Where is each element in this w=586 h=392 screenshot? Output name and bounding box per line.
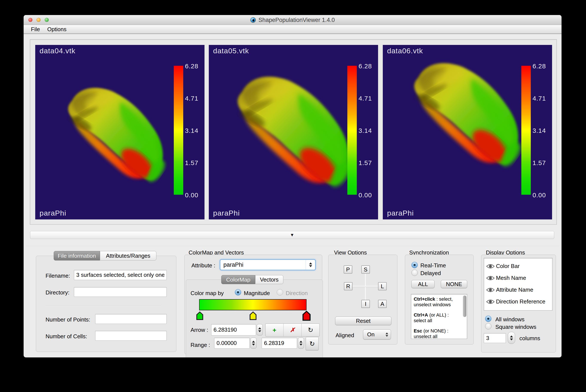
horizontal-separator [26,246,559,246]
window-title: ShapePopulationViewer 1.4.0 [258,17,335,24]
reload-arrow-button[interactable]: ↻ [302,324,319,336]
realtime-radio[interactable] [411,262,418,268]
reset-view-button[interactable]: Reset [335,316,391,325]
combobox-stepper-icon[interactable] [306,260,315,270]
arrow-value-field[interactable] [211,324,256,336]
delayed-label: Delayed [420,270,441,276]
viewport-frame: data04.vtk 6.28 4.71 3.14 1.57 0.00 para… [30,39,557,224]
file-info-separator [45,306,161,306]
colorbar-tick: 1.57 [359,159,372,166]
shortcut-help-box[interactable]: Ctrl+click : select, unselect windows Ct… [411,294,467,339]
menu-bar: File Options [24,25,562,34]
view-inferior-button[interactable]: I [361,300,370,308]
menu-file[interactable]: File [31,26,40,33]
dropdown-stepper-icon [386,332,388,337]
arrow-spinner[interactable] [257,324,263,336]
window-title-area: ShapePopulationViewer 1.4.0 [24,15,562,25]
colormap-gradient-bar[interactable] [199,299,307,310]
attribute-name-label: paraPhi [387,209,414,217]
range-max-spinner[interactable] [298,338,304,348]
mesh-name-label: data05.vtk [213,47,249,55]
eye-icon [486,264,495,269]
select-all-button[interactable]: ALL [411,280,435,288]
aligned-dropdown-value: On [367,331,375,338]
color-bar [174,66,183,195]
reload-range-button[interactable]: ↻ [306,337,319,350]
app-window: ShapePopulationViewer 1.4.0 File Options… [24,15,562,358]
square-windows-radio[interactable] [485,323,492,330]
cells-label: Number of Cells: [45,333,87,340]
shortcut-help-text: Ctrl+click : select, unselect windows Ct… [411,294,467,339]
menu-options[interactable]: Options [47,26,66,33]
title-bar[interactable]: ShapePopulationViewer 1.4.0 [24,15,562,25]
display-items-list: Color Bar Mesh Name Attribute Name Direc… [484,258,553,310]
filename-label: Filename: [45,272,70,279]
attribute-combobox[interactable]: paraPhi [220,259,316,270]
columns-field[interactable] [484,333,506,343]
list-item-direction-reference[interactable]: Direction Reference [486,298,546,305]
tab-colormap[interactable]: ColorMap [221,275,255,284]
attribute-combobox-value: paraPhi [220,262,306,268]
eye-icon [486,276,495,281]
filename-field[interactable] [74,270,167,280]
help-scrollbar[interactable] [463,296,466,317]
eye-icon [486,287,495,292]
colorbar-tick: 0.00 [533,192,546,199]
square-windows-label: Square windows [495,324,536,330]
panel-collapse-bar[interactable]: ▼ [30,231,554,239]
list-item-attribute-name[interactable]: Attribute Name [486,286,533,293]
directory-field[interactable] [74,287,167,297]
collapse-arrow-icon: ▼ [290,232,294,238]
realtime-label: Real-Time [420,262,446,269]
color-bar [521,66,531,195]
attribute-label: Attribute : [191,262,215,269]
points-label: Number of Points: [45,316,90,323]
colorbar-tick: 4.71 [359,95,372,102]
points-field[interactable] [95,314,167,324]
colorbar-tick: 3.14 [533,127,546,134]
colorbar-tick: 0.00 [359,192,372,199]
tab-attributes-ranges[interactable]: Attributes/Ranges [100,251,156,260]
delayed-radio[interactable] [411,270,418,276]
direction-radio[interactable] [277,289,283,296]
tab-file-information[interactable]: File information [54,251,100,260]
magnitude-label: Magnitude [244,290,270,296]
delete-arrow-button[interactable]: ✗ [284,324,302,336]
add-arrow-button[interactable]: + [265,324,284,336]
view-posterior-button[interactable]: P [344,266,352,274]
list-item-mesh-name[interactable]: Mesh Name [486,275,526,281]
viewport-data04[interactable]: data04.vtk 6.28 4.71 3.14 1.57 0.00 para… [35,45,204,220]
all-windows-radio[interactable] [485,316,492,322]
mesh-name-label: data04.vtk [39,47,75,55]
select-none-button[interactable]: NONE [441,280,467,288]
arrow-buttons-group: + ✗ ↻ [265,324,320,336]
list-item-color-bar[interactable]: Color Bar [486,263,520,270]
colorbar-tick: 1.57 [185,159,198,166]
range-min-spinner[interactable] [250,338,256,348]
attribute-name-label: paraPhi [213,209,240,217]
colorbar-tick: 4.71 [533,95,546,102]
columns-label: columns [520,335,540,342]
direction-label: Direction [286,290,308,296]
range-max-field[interactable] [262,338,297,348]
tab-vectors[interactable]: Vectors [255,275,283,284]
colorbar-tick: 6.28 [359,62,372,70]
columns-spinner[interactable] [508,332,515,344]
aligned-dropdown[interactable]: On [363,330,391,340]
viewport-data06[interactable]: data06.vtk 6.28 4.71 3.14 1.57 0.00 para… [383,45,552,220]
view-right-button[interactable]: R [344,282,353,290]
directory-label: Directory: [45,289,69,296]
view-anterior-button[interactable]: A [378,300,387,308]
cells-field[interactable] [95,331,167,341]
colorbar-tick: 1.57 [533,159,546,166]
viewport-data05[interactable]: data05.vtk 6.28 4.71 3.14 1.57 0.00 para… [209,45,378,220]
aligned-label: Aligned [336,332,354,339]
view-left-button[interactable]: L [378,282,387,290]
app-logo-eye-icon [250,17,256,23]
magnitude-radio[interactable] [235,289,241,296]
arrow-label: Arrow : [190,327,208,333]
range-min-field[interactable] [214,338,250,348]
color-bar [347,66,357,195]
view-superior-button[interactable]: S [361,266,370,274]
all-windows-label: All windows [495,316,525,323]
